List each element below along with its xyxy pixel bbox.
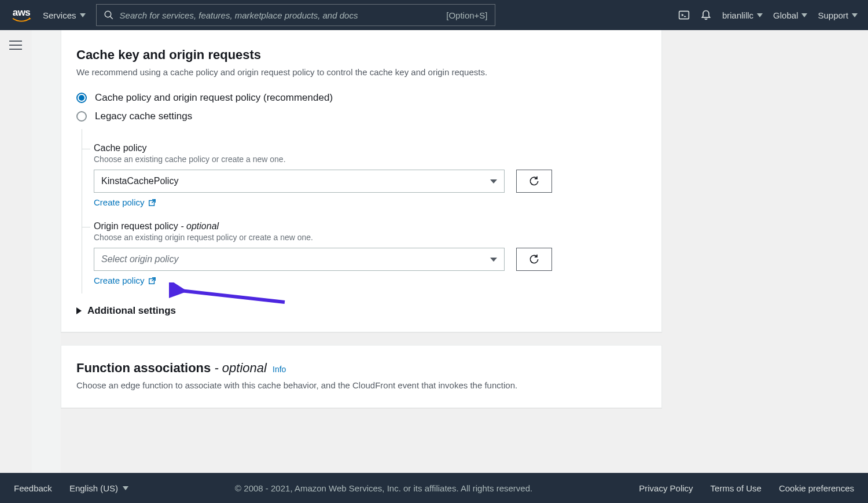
additional-settings-label: Additional settings — [87, 305, 176, 317]
svg-line-1 — [110, 16, 113, 19]
cache-policy-select[interactable]: KinstaCachePolicy — [94, 170, 505, 193]
hamburger-menu-icon[interactable] — [9, 41, 22, 51]
caret-down-icon — [490, 179, 497, 183]
origin-policy-label: Origin request policy - optional — [94, 221, 646, 232]
search-input[interactable] — [120, 10, 447, 20]
caret-down-icon — [123, 486, 128, 490]
link-text: Create policy — [94, 276, 145, 285]
link-text: Create policy — [94, 197, 145, 207]
search-shortcut: [Option+S] — [446, 10, 487, 20]
caret-down-icon — [757, 13, 763, 17]
search-box[interactable]: [Option+S] — [96, 4, 495, 26]
main-content: Cache key and origin requests We recomme… — [32, 30, 868, 473]
create-origin-policy-link[interactable]: Create policy — [94, 276, 156, 285]
top-nav: aws Services [Option+S] brianlillc Globa… — [0, 0, 868, 30]
caret-down-icon — [852, 13, 858, 17]
cookie-link[interactable]: Cookie preferences — [779, 483, 854, 493]
cache-key-panel: Cache key and origin requests We recomme… — [61, 30, 662, 332]
support-label: Support — [818, 10, 848, 20]
caret-right-icon — [76, 307, 82, 314]
origin-request-policy-field: Origin request policy - optional Choose … — [94, 221, 646, 285]
origin-policy-hint: Choose an existing origin request policy… — [94, 233, 646, 242]
language-label: English (US) — [69, 483, 118, 493]
external-link-icon — [148, 199, 156, 207]
radio-legacy-cache[interactable]: Legacy cache settings — [76, 111, 646, 122]
language-selector[interactable]: English (US) — [69, 483, 128, 493]
refresh-icon — [528, 254, 540, 265]
cache-policy-label: Cache policy — [94, 143, 646, 153]
origin-policy-refresh-button[interactable] — [516, 248, 552, 271]
region-label: Global — [773, 10, 798, 20]
search-icon — [104, 10, 114, 20]
support-menu[interactable]: Support — [818, 10, 858, 20]
radio-label: Legacy cache settings — [95, 111, 192, 122]
radio-icon — [76, 111, 87, 122]
cache-policy-refresh-button[interactable] — [516, 170, 552, 193]
section-desc: We recommend using a cache policy and or… — [76, 67, 646, 77]
services-menu[interactable]: Services — [43, 10, 86, 20]
svg-point-0 — [105, 11, 111, 17]
cache-policy-hint: Choose an existing cache policy or creat… — [94, 155, 646, 164]
cache-policy-field: Cache policy Choose an existing cache po… — [94, 143, 646, 207]
caret-down-icon — [490, 258, 497, 262]
copyright-text: © 2008 - 2021, Amazon Web Services, Inc.… — [146, 483, 621, 493]
terms-link[interactable]: Terms of Use — [711, 483, 762, 493]
footer: Feedback English (US) © 2008 - 2021, Ama… — [0, 473, 868, 503]
section-title: Function associations - optional Info — [76, 361, 646, 376]
notifications-icon[interactable] — [700, 9, 712, 21]
svg-rect-2 — [679, 11, 689, 19]
privacy-link[interactable]: Privacy Policy — [639, 483, 693, 493]
account-label: brianlillc — [722, 10, 753, 20]
caret-down-icon — [80, 13, 86, 17]
create-cache-policy-link[interactable]: Create policy — [94, 197, 156, 207]
section-desc: Choose an edge function to associate wit… — [76, 380, 646, 390]
refresh-icon — [528, 175, 540, 187]
origin-policy-select[interactable]: Select origin policy — [94, 248, 505, 271]
feedback-link[interactable]: Feedback — [14, 483, 52, 493]
section-title: Cache key and origin requests — [76, 47, 646, 63]
services-label: Services — [43, 10, 76, 20]
function-associations-panel: Function associations - optional Info Ch… — [61, 345, 662, 408]
cloudshell-icon[interactable] — [678, 9, 690, 21]
caret-down-icon — [801, 13, 807, 17]
external-link-icon — [148, 277, 156, 285]
additional-settings-toggle[interactable]: Additional settings — [76, 305, 646, 317]
policy-indent: Cache policy Choose an existing cache po… — [82, 129, 646, 293]
radio-label: Cache policy and origin request policy (… — [95, 92, 333, 104]
region-menu[interactable]: Global — [773, 10, 807, 20]
info-link[interactable]: Info — [273, 365, 286, 374]
svg-line-6 — [181, 291, 285, 302]
cache-policy-value: KinstaCachePolicy — [101, 176, 178, 186]
aws-logo[interactable]: aws — [10, 8, 32, 23]
radio-icon — [76, 93, 87, 103]
radio-policy-recommended[interactable]: Cache policy and origin request policy (… — [76, 92, 646, 104]
origin-policy-placeholder: Select origin policy — [101, 254, 178, 265]
account-menu[interactable]: brianlillc — [722, 10, 763, 20]
